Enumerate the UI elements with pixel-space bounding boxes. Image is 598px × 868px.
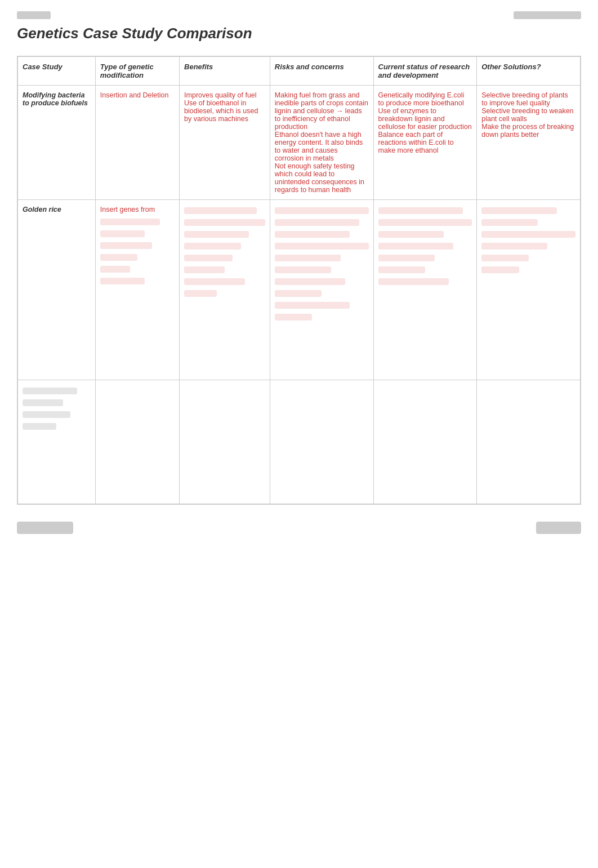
blur-tc3 (23, 411, 70, 418)
blur-r8 (275, 290, 322, 297)
blur-s4 (378, 243, 453, 250)
table-header-row: Case Study Type of genetic modification … (18, 57, 581, 86)
page-wrapper: Genetics Case Study Comparison Case Stud… (0, 0, 598, 868)
blur-5 (100, 266, 130, 273)
cell-third-risks (270, 380, 373, 504)
blur-o3 (481, 231, 575, 238)
golden-rice-risks-blurred (275, 206, 369, 322)
blur-s2 (378, 219, 472, 226)
golden-rice-type-text: Insert genes from (100, 206, 155, 213)
blur-r2 (275, 219, 359, 226)
cell-golden-rice-case: Golden rice (18, 200, 96, 380)
cell-biofuels-status: Genetically modifying E.coli to produce … (373, 86, 477, 200)
cell-biofuels-benefits: Improves quality of fuelUse of bioethano… (180, 86, 270, 200)
blur-r6 (275, 266, 331, 273)
blur-b1 (184, 207, 257, 214)
cell-biofuels-case: Modifying bacteria to produce biofuels (18, 86, 96, 200)
cell-biofuels-type: Insertion and Deletion (95, 86, 179, 200)
page-title: Genetics Case Study Comparison (17, 25, 581, 42)
table-row-golden-rice: Golden rice Insert genes from (18, 200, 581, 380)
top-bar-left-placeholder (17, 11, 51, 19)
golden-rice-other-blurred (481, 206, 575, 275)
blur-b6 (184, 266, 225, 273)
blur-1 (100, 219, 160, 225)
comparison-table-container: Case Study Type of genetic modification … (17, 56, 581, 505)
table-row-third (18, 380, 581, 504)
blur-s6 (378, 266, 425, 273)
blur-r10 (275, 314, 313, 321)
blur-r5 (275, 255, 341, 261)
cell-third-other (477, 380, 581, 504)
cell-third-type (95, 380, 179, 504)
header-status: Current status of research and developme… (373, 57, 477, 86)
biofuels-type-text: Insertion and Deletion (100, 91, 169, 99)
blur-tc1 (23, 388, 77, 394)
biofuels-other-text: Selective breeding of plants to improve … (481, 91, 574, 139)
blur-b4 (184, 243, 241, 250)
blur-b3 (184, 231, 249, 238)
cell-biofuels-other: Selective breeding of plants to improve … (477, 86, 581, 200)
blur-o2 (481, 219, 538, 226)
cell-golden-rice-risks (270, 200, 373, 380)
blur-6 (100, 278, 145, 284)
top-bar-right-placeholder (514, 11, 581, 19)
bottom-bar (17, 522, 581, 534)
blur-b5 (184, 255, 233, 261)
biofuels-benefits-text: Improves quality of fuelUse of bioethano… (184, 91, 258, 123)
top-bar (17, 11, 581, 19)
blur-o5 (481, 255, 528, 261)
blur-r3 (275, 231, 350, 238)
golden-rice-type-blurred (100, 217, 175, 286)
blur-tc2 (23, 399, 63, 406)
blur-s1 (378, 207, 463, 214)
comparison-table: Case Study Type of genetic modification … (17, 56, 581, 504)
cell-biofuels-risks: Making fuel from grass and inedible part… (270, 86, 373, 200)
cell-third-case (18, 380, 96, 504)
table-row-biofuels: Modifying bacteria to produce biofuels I… (18, 86, 581, 200)
cell-golden-rice-other (477, 200, 581, 380)
blur-4 (100, 254, 137, 261)
cell-golden-rice-type: Insert genes from (95, 200, 179, 380)
blur-tc4 (23, 423, 56, 430)
blur-3 (100, 242, 153, 249)
blur-o4 (481, 243, 547, 250)
cell-third-status (373, 380, 477, 504)
blur-r1 (275, 207, 369, 214)
biofuels-status-text: Genetically modifying E.coli to produce … (378, 91, 472, 154)
blur-r4 (275, 243, 369, 250)
header-type: Type of genetic modification (95, 57, 179, 86)
golden-rice-case-text: Golden rice (23, 206, 61, 213)
header-case-study: Case Study (18, 57, 96, 86)
blur-o6 (481, 266, 519, 273)
bottom-right-button[interactable] (536, 522, 581, 534)
blur-b2 (184, 219, 265, 226)
blur-b7 (184, 278, 245, 285)
golden-rice-status-blurred (378, 206, 472, 287)
biofuels-risks-text: Making fuel from grass and inedible part… (275, 91, 368, 194)
header-other: Other Solutions? (477, 57, 581, 86)
third-case-blurred (23, 386, 91, 431)
blur-s7 (378, 278, 449, 285)
cell-golden-rice-benefits (180, 200, 270, 380)
blur-r9 (275, 302, 350, 309)
blur-o1 (481, 207, 556, 214)
cell-third-benefits (180, 380, 270, 504)
blur-b8 (184, 290, 217, 297)
biofuels-case-text: Modifying bacteria to produce biofuels (23, 91, 88, 107)
cell-golden-rice-status (373, 200, 477, 380)
blur-r7 (275, 278, 345, 285)
header-benefits: Benefits (180, 57, 270, 86)
blur-2 (100, 230, 145, 237)
bottom-left-button[interactable] (17, 522, 73, 534)
blur-s5 (378, 255, 435, 261)
blur-s3 (378, 231, 444, 238)
header-risks: Risks and concerns (270, 57, 373, 86)
golden-rice-benefits-blurred (184, 206, 265, 299)
